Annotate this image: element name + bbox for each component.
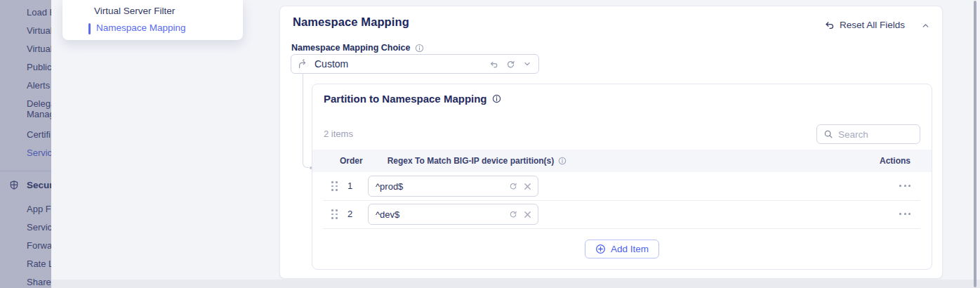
page-title: Namespace Mapping	[293, 15, 409, 29]
order-value: 1	[347, 181, 352, 191]
column-actions: Actions	[880, 156, 911, 166]
namespace-mapping-card: Namespace Mapping Reset All Fields Names…	[279, 6, 943, 279]
info-circle-icon[interactable]	[558, 157, 567, 165]
active-item-bar	[88, 23, 91, 34]
menu-item-namespace-mapping[interactable]: Namespace Mapping	[96, 22, 186, 33]
chevron-up-icon[interactable]	[921, 21, 930, 30]
ellipsis-actions-icon[interactable]	[899, 185, 911, 187]
x-clear-icon[interactable]	[524, 183, 531, 190]
info-circle-icon[interactable]	[415, 44, 424, 53]
table-row: 2	[312, 200, 932, 228]
items-count: 2 items	[324, 129, 353, 139]
refresh-icon[interactable]	[509, 182, 517, 190]
ellipsis-actions-icon[interactable]	[899, 213, 911, 215]
refresh-icon[interactable]	[506, 60, 515, 69]
column-regex: Regex To Match BIG-IP device partition(s…	[388, 156, 555, 166]
reset-all-fields-label: Reset All Fields	[840, 20, 905, 30]
regex-input-wrap	[368, 204, 538, 225]
namespace-mapping-choice-select[interactable]: Custom	[291, 54, 539, 74]
section-title: Partition to Namespace Mapping	[324, 93, 501, 105]
choice-field-label-text: Namespace Mapping Choice	[291, 43, 411, 53]
info-circle-icon[interactable]	[492, 94, 501, 103]
table-header: Order Regex To Match BIG-IP device parti…	[312, 150, 932, 172]
regex-input[interactable]	[376, 181, 474, 192]
vertical-scrollbar[interactable]	[974, 1, 976, 287]
drag-handle-icon[interactable]	[331, 181, 338, 191]
undo-arrow-icon[interactable]	[489, 60, 498, 69]
branch-split-icon	[298, 59, 308, 70]
refresh-icon[interactable]	[509, 210, 517, 218]
search-box[interactable]	[816, 124, 920, 144]
x-clear-icon[interactable]	[524, 211, 531, 218]
regex-input[interactable]	[376, 209, 474, 220]
bottom-edge-band	[51, 280, 980, 288]
form-tree-connector	[303, 74, 309, 168]
undo-arrow-icon	[824, 20, 835, 30]
section-menu-panel: Virtual Server Filter Namespace Mapping	[62, 0, 243, 40]
chevron-down-icon[interactable]	[523, 60, 531, 68]
regex-input-wrap	[368, 176, 538, 197]
order-value: 2	[347, 209, 352, 219]
choice-select-value: Custom	[314, 58, 348, 70]
choice-field-label: Namespace Mapping Choice	[291, 43, 424, 53]
table-row: 1	[312, 172, 932, 200]
column-order: Order	[340, 156, 363, 166]
drag-handle-icon[interactable]	[331, 209, 338, 219]
modal-dim-overlay	[0, 0, 51, 288]
row-divider	[323, 228, 920, 229]
plus-circle-icon	[595, 244, 606, 254]
section-title-text: Partition to Namespace Mapping	[324, 93, 487, 105]
magnifier-icon	[823, 129, 833, 139]
add-item-button[interactable]: Add Item	[585, 240, 659, 258]
reset-all-fields-button[interactable]: Reset All Fields	[824, 20, 905, 30]
search-input[interactable]	[838, 129, 908, 140]
partition-mapping-section: Partition to Namespace Mapping 2 items O…	[312, 84, 932, 270]
add-item-label: Add Item	[611, 244, 649, 254]
menu-item-virtual-server-filter[interactable]: Virtual Server Filter	[94, 6, 175, 16]
